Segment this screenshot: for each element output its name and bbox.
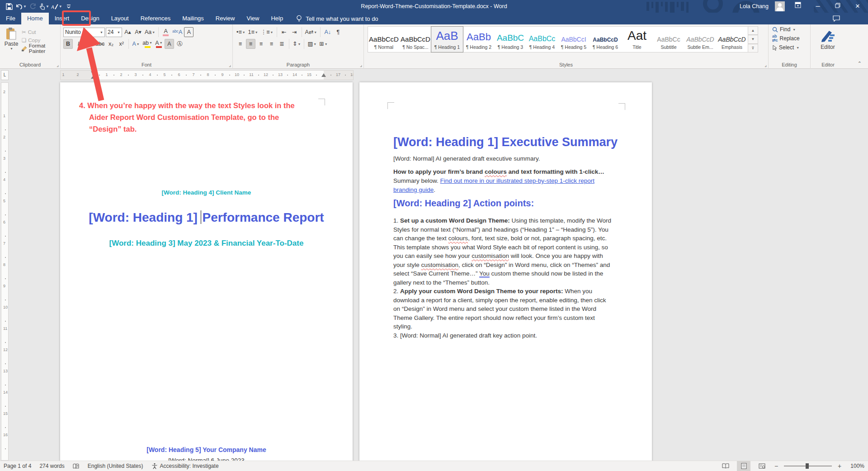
page-1[interactable]: 4. When you’re happy with the way the te…: [60, 82, 353, 471]
client-name-heading[interactable]: [Word: Heading 4] Client Name: [60, 189, 353, 196]
tab-view[interactable]: View: [241, 13, 265, 24]
tell-me-box[interactable]: Tell me what you want to do: [296, 13, 378, 24]
collapse-ribbon-icon[interactable]: ⌃: [858, 61, 862, 67]
align-right-icon[interactable]: ≡: [256, 39, 266, 49]
save-icon[interactable]: [5, 1, 14, 11]
tab-layout[interactable]: Layout: [105, 13, 135, 24]
enclose-circle-icon[interactable]: Ⓐ: [175, 39, 184, 49]
tab-mailings[interactable]: Mailings: [176, 13, 210, 24]
asian-layout-icon[interactable]: A⇄▼: [304, 27, 318, 37]
italic-button[interactable]: I: [74, 39, 83, 49]
styles-more-icon[interactable]: ⊽: [748, 44, 758, 52]
borders-icon[interactable]: ⊞▼: [318, 39, 328, 49]
font-dialog-launcher[interactable]: ⌟: [229, 62, 231, 67]
zoom-slider-handle[interactable]: [806, 463, 809, 469]
align-center-icon[interactable]: ≡: [246, 39, 255, 49]
executive-summary-heading[interactable]: [Word: Heading 1] Executive Summary: [393, 134, 624, 150]
minimize-button[interactable]: ─: [811, 0, 825, 13]
word-count[interactable]: 274 words: [39, 463, 64, 469]
page-2[interactable]: [Word: Heading 1] Executive Summary [Wor…: [359, 82, 652, 471]
summary-paragraph[interactable]: [Word: Normal] AI generated draft execut…: [393, 154, 613, 163]
proofing-status-icon[interactable]: [73, 463, 80, 469]
style-heading-3[interactable]: AaBbC¶ Heading 3: [495, 27, 526, 52]
font-size-combobox[interactable]: 24▼: [106, 28, 122, 37]
change-case-icon[interactable]: Aa▼: [144, 27, 156, 37]
style-emphasis[interactable]: AaBbCcDEmphasis: [716, 27, 748, 52]
bullets-icon[interactable]: •≡▼: [236, 27, 246, 37]
decrease-indent-icon[interactable]: ⇤: [279, 27, 289, 37]
text-effects-icon[interactable]: A▼: [131, 39, 141, 49]
select-button[interactable]: Select▼: [772, 43, 810, 52]
tab-home[interactable]: Home: [21, 13, 49, 24]
report-title-heading[interactable]: [Word: Heading 1]Performance Report: [60, 209, 353, 226]
bold-button[interactable]: B: [63, 39, 73, 49]
tab-file[interactable]: File: [0, 13, 21, 24]
howto-paragraph[interactable]: How to apply your firm’s brand colours a…: [393, 167, 613, 195]
zoom-in-button[interactable]: +: [836, 462, 843, 470]
ribbon-display-options-icon[interactable]: [791, 0, 805, 13]
distribute-icon[interactable]: ≣: [277, 39, 287, 49]
subscript-button[interactable]: x₂: [106, 39, 116, 49]
style-heading-1[interactable]: AaB¶ Heading 1: [431, 27, 463, 52]
font-color-icon[interactable]: A▼: [154, 39, 164, 49]
style-normal[interactable]: AaBbCcD¶ Normal: [368, 27, 400, 52]
replace-button[interactable]: ab⇄c Replace: [772, 34, 810, 43]
restore-button[interactable]: [831, 0, 844, 13]
styles-scroll-up-icon[interactable]: ▲: [748, 26, 758, 35]
line-spacing-icon[interactable]: ⇕▼: [292, 39, 302, 49]
action-points-body[interactable]: 1. Set up a custom Word Design Theme: Us…: [393, 216, 613, 340]
superscript-button[interactable]: x²: [117, 39, 126, 49]
page-indicator[interactable]: Page 1 of 4: [4, 463, 31, 469]
phonetic-guide-icon[interactable]: ᵃᵇᶜA: [171, 27, 183, 37]
close-button[interactable]: ✕: [851, 0, 864, 13]
redo-icon[interactable]: [28, 1, 38, 11]
customize-qat-icon[interactable]: [64, 1, 73, 11]
pilcrow-icon[interactable]: ¶: [333, 27, 343, 37]
styles-dialog-launcher[interactable]: ⌟: [764, 62, 767, 67]
style-subtle-emphasis[interactable]: AaBbCcDSubtle Em...: [684, 27, 716, 52]
decrease-font-size-icon[interactable]: A▾: [133, 27, 143, 37]
action-item-2[interactable]: 2. Apply your custom Word Design Theme t…: [393, 287, 613, 331]
numbering-icon[interactable]: 1≡▼: [247, 27, 259, 37]
period-heading[interactable]: [Word: Heading 3] May 2023 & Financial Y…: [60, 239, 353, 248]
style-heading-2[interactable]: AaBb¶ Heading 2: [463, 27, 495, 52]
format-painter-button[interactable]: Format Painter: [22, 44, 60, 52]
language-indicator[interactable]: English (United States): [88, 463, 143, 469]
clear-formatting-icon[interactable]: A: [161, 27, 170, 37]
multilevel-list-icon[interactable]: ⋮≡▼: [260, 27, 274, 37]
underline-button[interactable]: U▼: [84, 39, 94, 49]
tab-help[interactable]: Help: [265, 13, 289, 24]
strikethrough-button[interactable]: abc: [94, 39, 105, 49]
style-heading-4[interactable]: AaBbCc¶ Heading 4: [526, 27, 558, 52]
vertical-ruler[interactable]: 2112345678910111213141516: [1, 82, 9, 461]
web-layout-icon[interactable]: [755, 461, 769, 471]
tab-design[interactable]: Design: [75, 13, 105, 24]
zoom-out-button[interactable]: −: [773, 462, 779, 470]
sort-icon[interactable]: A↓: [323, 27, 332, 37]
paste-button[interactable]: Paste ▼: [3, 27, 20, 50]
font-name-combobox[interactable]: Nunito▼: [63, 28, 105, 37]
action-item-3[interactable]: 3. [Word: Normal] AI generated draft key…: [393, 331, 613, 340]
align-left-icon[interactable]: ≡: [236, 39, 245, 49]
print-layout-icon[interactable]: [737, 461, 750, 471]
tab-references[interactable]: References: [135, 13, 176, 24]
increase-indent-icon[interactable]: ⇥: [290, 27, 299, 37]
zoom-slider[interactable]: [784, 466, 832, 466]
clipboard-dialog-launcher[interactable]: ⌟: [57, 62, 59, 67]
company-name-heading[interactable]: [Word: Heading 5] Your Company Name: [60, 446, 353, 453]
cut-button[interactable]: ✂Cut: [22, 28, 60, 36]
read-mode-icon[interactable]: [719, 461, 732, 471]
action-points-heading[interactable]: [Word: Heading 2] Action points:: [393, 198, 624, 209]
style-no-spacing[interactable]: AaBbCcD¶ No Spac...: [400, 27, 431, 52]
tab-review[interactable]: Review: [210, 13, 241, 24]
character-shading-icon[interactable]: A: [165, 39, 174, 49]
accessibility-status[interactable]: Accessibility: Investigate: [151, 463, 219, 469]
shading-icon[interactable]: ▨▼: [307, 39, 317, 49]
horizontal-ruler[interactable]: 211234567891011121314151718: [60, 70, 354, 80]
zoom-level[interactable]: 100%: [847, 463, 864, 469]
increase-font-size-icon[interactable]: A▴: [123, 27, 132, 37]
ink-icon[interactable]: A▼: [51, 1, 62, 11]
find-button[interactable]: Find▼: [772, 25, 810, 33]
tab-insert[interactable]: Insert: [49, 13, 75, 24]
style-heading-6[interactable]: AaBbCcD¶ Heading 6: [590, 27, 621, 52]
